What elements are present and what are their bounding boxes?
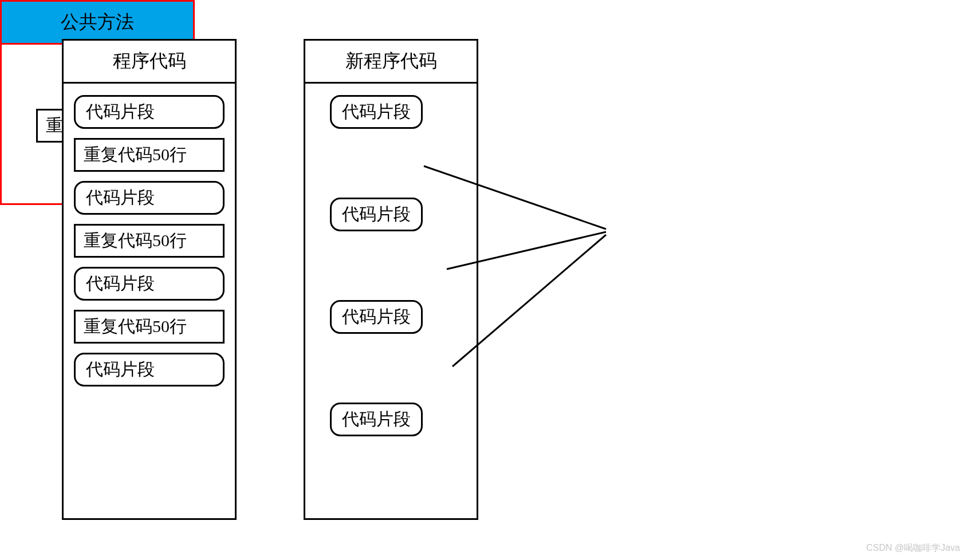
code-snippet: 代码片段 xyxy=(74,95,225,129)
code-snippet: 代码片段 xyxy=(74,353,225,387)
code-snippet: 代码片段 xyxy=(74,181,225,215)
program-code-title: 程序代码 xyxy=(64,41,235,84)
watermark: CSDN @喝咖啡学Java xyxy=(866,542,960,554)
new-program-code-title: 新程序代码 xyxy=(305,41,477,84)
new-program-code-body: 代码片段 代码片段 代码片段 代码片段 xyxy=(305,84,477,448)
new-program-code-box: 新程序代码 代码片段 代码片段 代码片段 代码片段 xyxy=(304,39,478,520)
repeated-code: 重复代码50行 xyxy=(74,310,225,344)
code-snippet: 代码片段 xyxy=(330,300,423,334)
repeated-code: 重复代码50行 xyxy=(74,224,225,258)
program-code-box: 程序代码 代码片段 重复代码50行 代码片段 重复代码50行 代码片段 重复代码… xyxy=(62,39,237,520)
code-snippet: 代码片段 xyxy=(330,403,423,436)
code-snippet: 代码片段 xyxy=(74,267,225,301)
repeated-code: 重复代码50行 xyxy=(74,138,225,172)
code-snippet: 代码片段 xyxy=(330,95,423,129)
program-code-body: 代码片段 重复代码50行 代码片段 重复代码50行 代码片段 重复代码50行 代… xyxy=(64,84,235,398)
code-snippet: 代码片段 xyxy=(330,198,423,231)
diagram-container: 程序代码 代码片段 重复代码50行 代码片段 重复代码50行 代码片段 重复代码… xyxy=(0,0,968,560)
public-method-title: 公共方法 xyxy=(2,2,193,45)
